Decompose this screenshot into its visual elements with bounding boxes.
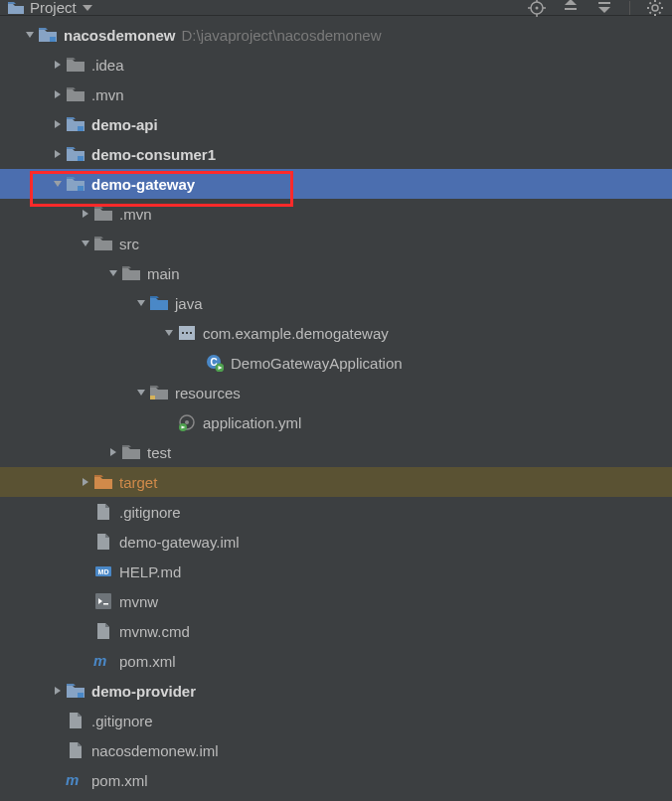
tree-item-demo-api[interactable]: demo-api (0, 109, 672, 139)
chevron-right-icon[interactable] (78, 477, 93, 487)
file-icon (93, 504, 113, 520)
folder-gray-icon (66, 87, 85, 101)
tree-item-root[interactable]: nacosdemonewD:\javaproject\nacosdemonew (0, 20, 672, 50)
tree-item-label: java (175, 295, 203, 312)
tree-item-gw-app[interactable]: CDemoGatewayApplication (0, 348, 672, 378)
tree-item-label: demo-api (91, 116, 158, 133)
project-tool-bar: Project (0, 0, 672, 16)
chevron-down-icon[interactable] (105, 268, 121, 278)
svg-point-1 (536, 6, 539, 9)
sh-icon (93, 593, 113, 609)
tree-item-gw-main[interactable]: main (0, 258, 672, 288)
chevron-down-icon[interactable] (133, 298, 149, 308)
tree-item-label: pom.xml (91, 772, 148, 789)
tree-item-gw-test[interactable]: test (0, 437, 672, 467)
chevron-down-icon (83, 5, 92, 11)
tree-item-gw-src[interactable]: src (0, 229, 672, 258)
tree-item-label: target (119, 474, 157, 491)
chevron-right-icon[interactable] (50, 89, 66, 99)
svg-rect-21 (78, 693, 84, 698)
tree-item-label: pom.xml (119, 653, 176, 670)
tree-item-gw-target[interactable]: target (0, 467, 672, 497)
gear-icon[interactable] (646, 0, 664, 17)
locate-icon[interactable] (528, 0, 546, 17)
tree-item-gw-help[interactable]: MDHELP.md (0, 557, 672, 586)
chevron-down-icon[interactable] (161, 328, 177, 338)
chevron-down-icon[interactable] (22, 30, 38, 40)
tree-item-root-iml[interactable]: nacosdemonew.iml (0, 735, 672, 765)
chevron-right-icon[interactable] (50, 119, 66, 129)
maven-icon: m (66, 772, 85, 788)
chevron-right-icon[interactable] (50, 149, 66, 159)
svg-rect-18 (95, 593, 111, 609)
file-icon (66, 742, 85, 758)
tree-item-label: application.yml (203, 414, 301, 431)
class-run-icon: C (205, 354, 225, 372)
tree-item-path: D:\javaproject\nacosdemonew (182, 27, 382, 44)
tree-item-root-gitignore[interactable]: .gitignore (0, 706, 672, 735)
tree-item-gw-java[interactable]: java (0, 288, 672, 318)
chevron-right-icon[interactable] (50, 686, 66, 696)
project-dropdown[interactable]: Project (30, 0, 92, 16)
folder-gray-icon (93, 237, 113, 250)
tree-item-gw-pom[interactable]: mpom.xml (0, 646, 672, 676)
tree-item-gw-iml[interactable]: demo-gateway.iml (0, 527, 672, 557)
folder-gray-icon (66, 58, 85, 72)
yml-icon (177, 413, 197, 431)
tree-item-demo-consumer1[interactable]: demo-consumer1 (0, 139, 672, 169)
folder-resources-icon (149, 386, 169, 400)
svg-rect-6 (78, 126, 84, 131)
chevron-down-icon[interactable] (133, 388, 149, 398)
tree-item-label: .gitignore (119, 504, 181, 521)
folder-orange-icon (93, 475, 113, 489)
tree-item-gw-gitignore[interactable]: .gitignore (0, 497, 672, 527)
svg-rect-19 (103, 603, 108, 605)
tree-item-label: nacosdemonew.iml (91, 742, 219, 759)
tree-item-label: demo-gateway (91, 176, 195, 193)
project-label-text: Project (30, 0, 77, 16)
folder-gray-icon (93, 207, 113, 221)
tree-item-demo-gateway[interactable]: demo-gateway (0, 169, 672, 199)
tree-item-gw-pkg[interactable]: com.example.demogateway (0, 318, 672, 348)
chevron-right-icon[interactable] (105, 447, 121, 457)
collapse-all-icon[interactable] (595, 0, 613, 17)
module-icon (38, 28, 58, 42)
tree-item-gw-res[interactable]: resources (0, 378, 672, 407)
tree-item-label: demo-gateway.iml (119, 534, 240, 551)
tree-item-label: resources (175, 385, 241, 401)
chevron-right-icon[interactable] (78, 209, 93, 219)
chevron-down-icon[interactable] (50, 179, 66, 189)
tree-item-gw-mvn[interactable]: .mvn (0, 199, 672, 229)
tree-item-label: nacosdemonew (64, 27, 176, 44)
tree-item-gw-yml[interactable]: application.yml (0, 407, 672, 437)
tree-item-mvn1[interactable]: .mvn (0, 80, 672, 109)
package-icon (177, 326, 197, 340)
tree-item-label: mvnw.cmd (119, 623, 190, 640)
folder-blue-icon (149, 296, 169, 310)
tree-item-label: demo-provider (91, 683, 196, 700)
svg-text:MD: MD (98, 568, 109, 575)
tree-item-label: src (119, 236, 139, 252)
module-icon (66, 147, 85, 161)
tree-item-root-pom[interactable]: mpom.xml (0, 765, 672, 795)
svg-rect-2 (565, 8, 577, 10)
tree-item-gw-mvnwcmd[interactable]: mvnw.cmd (0, 616, 672, 646)
tree-item-label: HELP.md (119, 563, 181, 580)
tree-item-label: .gitignore (91, 713, 153, 729)
tree-item-demo-provider[interactable]: demo-provider (0, 676, 672, 706)
module-icon (66, 177, 85, 191)
svg-point-14 (185, 420, 189, 424)
tree-item-idea[interactable]: .idea (0, 50, 672, 80)
svg-rect-7 (78, 156, 84, 161)
project-folder-icon (8, 2, 24, 14)
chevron-right-icon[interactable] (50, 60, 66, 70)
tree-item-label: mvnw (119, 593, 158, 610)
tree-item-label: test (147, 444, 171, 461)
folder-gray-icon (121, 266, 141, 280)
project-tree[interactable]: nacosdemonewD:\javaproject\nacosdemonew.… (0, 16, 672, 795)
expand-all-icon[interactable] (562, 0, 580, 17)
md-icon: MD (93, 563, 113, 579)
tree-item-gw-mvnw[interactable]: mvnw (0, 586, 672, 616)
svg-rect-3 (598, 2, 610, 4)
chevron-down-icon[interactable] (78, 239, 93, 248)
